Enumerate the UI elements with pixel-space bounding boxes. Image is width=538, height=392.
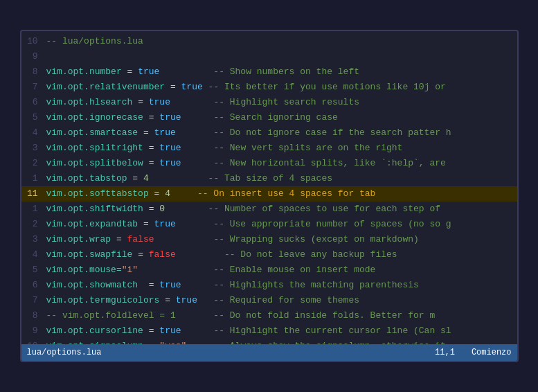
line-10b: 10 vim.opt.signcolumn = "yes" -- Always … (21, 339, 517, 344)
status-filename: lua/options.lua (27, 348, 102, 357)
line-content-5a: vim.opt.ignorecase = true -- Search igno… (44, 110, 517, 125)
editor-window: 10 -- lua/options.lua 9 8 vim.opt.number… (20, 30, 519, 362)
line-num-10b: 10 (21, 339, 44, 344)
line-content-8b: -- vim.opt.foldlevel = 1 -- Do not fold … (44, 308, 517, 323)
line-content-4b: vim.opt.swapfile = false -- Do not leave… (44, 247, 517, 262)
line-content-3a: vim.opt.splitright = true -- New vert sp… (44, 141, 517, 156)
line-num-1a: 1 (21, 171, 44, 186)
line-content-7b: vim.opt.termguicolors = true -- Required… (44, 293, 517, 308)
line-9b: 9 vim.opt.cursorline = true -- Highlight… (21, 323, 517, 339)
line-content-2a: vim.opt.splitbelow = true -- New horizon… (44, 156, 517, 171)
line-6a: 6 vim.opt.hlsearch = true -- Highlight s… (21, 95, 517, 110)
line-4b: 4 vim.opt.swapfile = false -- Do not lea… (21, 247, 517, 262)
line-content-5b: vim.opt.mouse="i" -- Enable mouse on ins… (44, 262, 517, 278)
line-8b: 8 -- vim.opt.foldlevel = 1 -- Do not fol… (21, 308, 517, 323)
line-4a: 4 vim.opt.smartcase = true -- Do not ign… (21, 125, 517, 141)
line-num-3a: 3 (21, 141, 44, 156)
line-num-4b: 4 (21, 247, 44, 262)
line-content-6a: vim.opt.hlsearch = true -- Highlight sea… (44, 95, 517, 110)
status-mode: Comienzo (472, 348, 512, 357)
line-num-4a: 4 (21, 125, 44, 141)
line-num-1b: 1 (21, 202, 44, 217)
status-position: 11,1 (435, 348, 455, 357)
line-content-11: vim.opt.softtabstop = 4 -- On insert use… (44, 186, 517, 202)
line-num-10: 10 (21, 34, 44, 49)
line-9: 9 (21, 49, 517, 64)
line-5b: 5 vim.opt.mouse="i" -- Enable mouse on i… (21, 262, 517, 278)
line-content-1b: vim.opt.shiftwidth = 0 -- Number of spac… (44, 202, 517, 217)
line-content-8a: vim.opt.number = true -- Show numbers on… (44, 64, 517, 80)
line-3b: 3 vim.opt.wrap = false -- Wrapping sucks… (21, 232, 517, 247)
line-2a: 2 vim.opt.splitbelow = true -- New horiz… (21, 156, 517, 171)
line-num-7b: 7 (21, 293, 44, 308)
line-num-2a: 2 (21, 156, 44, 171)
line-3a: 3 vim.opt.splitright = true -- New vert … (21, 141, 517, 156)
line-content-7a: vim.opt.relativenumber = true -- Its bet… (44, 80, 517, 95)
status-bar: lua/options.lua 11,1 Comienzo (21, 344, 517, 361)
line-num-5b: 5 (21, 262, 44, 278)
line-5a: 5 vim.opt.ignorecase = true -- Search ig… (21, 110, 517, 125)
line-1b: 1 vim.opt.shiftwidth = 0 -- Number of sp… (21, 202, 517, 217)
line-content-6b: vim.opt.showmatch = true -- Highlights t… (44, 278, 517, 293)
editor-content[interactable]: 10 -- lua/options.lua 9 8 vim.opt.number… (21, 31, 517, 344)
line-1a: 1 vim.opt.tabstop = 4 -- Tab size of 4 s… (21, 171, 517, 186)
line-10: 10 -- lua/options.lua (21, 34, 517, 49)
line-content-1a: vim.opt.tabstop = 4 -- Tab size of 4 spa… (44, 171, 517, 186)
line-num-6a: 6 (21, 95, 44, 110)
line-2b: 2 vim.opt.expandtab = true -- Use approp… (21, 217, 517, 232)
line-content-4a: vim.opt.smartcase = true -- Do not ignor… (44, 125, 517, 141)
line-6b: 6 vim.opt.showmatch = true -- Highlights… (21, 278, 517, 293)
line-7a: 7 vim.opt.relativenumber = true -- Its b… (21, 80, 517, 95)
line-content-9b: vim.opt.cursorline = true -- Highlight t… (44, 323, 517, 339)
line-8a: 8 vim.opt.number = true -- Show numbers … (21, 64, 517, 80)
status-right: 11,1 Comienzo (435, 348, 511, 357)
line-num-9: 9 (21, 49, 44, 64)
line-num-8b: 8 (21, 308, 44, 323)
line-7b: 7 vim.opt.termguicolors = true -- Requir… (21, 293, 517, 308)
line-11-hl: 11 vim.opt.softtabstop = 4 -- On insert … (21, 186, 517, 202)
line-content-10b: vim.opt.signcolumn = "yes" -- Always sho… (44, 339, 517, 344)
line-num-6b: 6 (21, 278, 44, 293)
line-num-11: 11 (21, 186, 44, 202)
line-content-10: -- lua/options.lua (44, 34, 517, 49)
line-num-7a: 7 (21, 80, 44, 95)
line-content-3b: vim.opt.wrap = false -- Wrapping sucks (… (44, 232, 517, 247)
line-num-9b: 9 (21, 323, 44, 339)
line-num-8a: 8 (21, 64, 44, 80)
line-num-2b: 2 (21, 217, 44, 232)
line-content-2b: vim.opt.expandtab = true -- Use appropri… (44, 217, 517, 232)
line-num-3b: 3 (21, 232, 44, 247)
line-num-5a: 5 (21, 110, 44, 125)
